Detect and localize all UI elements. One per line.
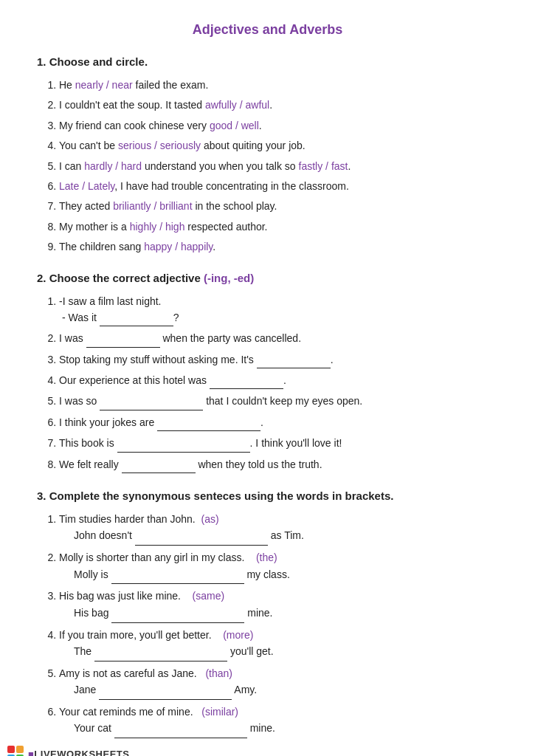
section-2-suffix: (-ing, -ed) <box>204 272 254 284</box>
list-item: The children sang happy / happily. <box>59 238 498 255</box>
logo-icon <box>7 746 24 756</box>
blank[interactable] <box>100 393 203 410</box>
section-2-heading: 2. Choose the correct adjective (-ing, -… <box>37 272 498 284</box>
highlight: fastly / fast <box>299 160 348 172</box>
highlight: nearly / near <box>75 79 133 91</box>
list-item: I was so that I couldn't keep my eyes op… <box>59 393 498 410</box>
blank[interactable] <box>157 414 260 431</box>
list-item: Stop taking my stuff without asking me. … <box>59 351 498 368</box>
list-item: Your cat reminds me of mine. (similar) Y… <box>59 704 498 738</box>
list-item: My mother is a highly / high respected a… <box>59 219 498 235</box>
highlight: serious / seriously <box>118 140 201 151</box>
list-item: They acted briliantly / brilliant in the… <box>59 198 498 214</box>
blank[interactable] <box>100 309 173 326</box>
list-item: This book is . I think you'll love it! <box>59 435 498 452</box>
blank[interactable] <box>114 720 247 738</box>
section-3-list: Tim studies harder than John. (as) John … <box>37 511 498 738</box>
blank[interactable] <box>117 435 250 452</box>
brand-name: ■LIVEWORKSHEETS <box>28 749 129 756</box>
blank[interactable] <box>135 527 268 546</box>
list-item: If you train more, you'll get better. (m… <box>59 627 498 662</box>
blank[interactable] <box>99 681 232 700</box>
highlight: good / well <box>210 120 259 131</box>
section-2: 2. Choose the correct adjective (-ing, -… <box>37 272 498 474</box>
blank[interactable] <box>210 372 283 389</box>
section-3: 3. Complete the synonymous senteces usin… <box>37 489 498 738</box>
list-item: Our experience at this hotel was . <box>59 372 498 389</box>
list-item: My friend can cook chinese very good / w… <box>59 117 498 134</box>
blank[interactable] <box>257 351 331 368</box>
list-item: -I saw a film last night. - Was it ? <box>59 293 498 327</box>
list-item: I can hardly / hard understand you when … <box>59 158 498 174</box>
blank[interactable] <box>94 643 227 662</box>
highlight: highly / high <box>130 221 185 233</box>
list-item: We felt really when they told us the tru… <box>59 456 498 473</box>
highlight: hardly / hard <box>84 160 142 172</box>
list-item: I couldn't eat the soup. It tasted awful… <box>59 97 498 113</box>
highlight: happy / happily <box>144 241 213 252</box>
page-title: Adjectives and Adverbs <box>37 22 498 38</box>
section-3-heading: 3. Complete the synonymous senteces usin… <box>37 489 498 502</box>
highlight: Late / Lately <box>59 180 114 192</box>
blank[interactable] <box>111 605 244 623</box>
list-item: Molly is shorter than any girl in my cla… <box>59 549 498 584</box>
list-item: Amy is not as careful as Jane. (than) Ja… <box>59 665 498 700</box>
list-item: You can't be serious / seriously about q… <box>59 137 498 154</box>
liveworksheets-logo: ■LIVEWORKSHEETS <box>7 746 129 756</box>
blank[interactable] <box>86 330 160 347</box>
blank[interactable] <box>111 566 244 585</box>
highlight: awfully / awful <box>205 99 269 111</box>
blank[interactable] <box>122 456 196 473</box>
section-1: 1. Choose and circle. He nearly / near f… <box>37 55 498 255</box>
list-item: His bag was just like mine. (same) His b… <box>59 588 498 622</box>
section-1-heading: 1. Choose and circle. <box>37 55 498 68</box>
section-2-list: -I saw a film last night. - Was it ? I w… <box>37 293 498 474</box>
logo-sq-red <box>7 746 15 753</box>
list-item: I was when the party was cancelled. <box>59 330 498 347</box>
footer: ■LIVEWORKSHEETS <box>0 746 535 756</box>
logo-sq-orange <box>16 746 24 753</box>
list-item: He nearly / near failed the exam. <box>59 77 498 93</box>
list-item: I think your jokes are . <box>59 414 498 431</box>
list-item: Late / Lately, I have had trouble concen… <box>59 178 498 194</box>
section-1-list: He nearly / near failed the exam. I coul… <box>37 77 498 255</box>
highlight: briliantly / brilliant <box>113 200 192 212</box>
list-item: Tim studies harder than John. (as) John … <box>59 511 498 546</box>
